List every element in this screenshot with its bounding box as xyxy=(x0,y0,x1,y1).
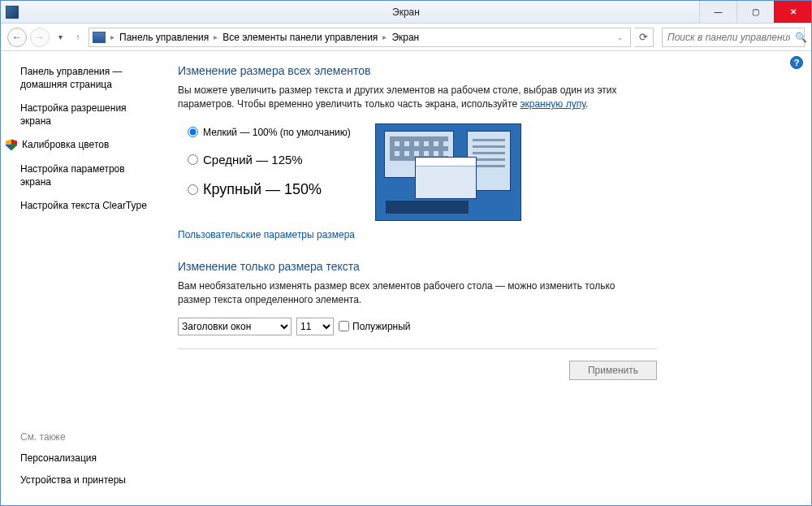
app-icon xyxy=(6,6,19,19)
bold-checkbox-input[interactable] xyxy=(339,321,349,331)
shield-icon xyxy=(6,139,17,150)
content-body: ? Панель управления — домашняя страница … xyxy=(1,51,811,505)
sidebar-link-label: Настройка параметров экрана xyxy=(20,163,153,188)
breadcrumb-control-panel[interactable]: Панель управления xyxy=(119,32,209,43)
sidebar-link-home[interactable]: Панель управления — домашняя страница xyxy=(20,66,153,91)
apply-button[interactable]: Применить xyxy=(569,361,657,380)
radio-150-label: Крупный — 150% xyxy=(203,181,322,198)
toolbar: ← → ▾ ↑ ▸ Панель управления ▸ Все элемен… xyxy=(1,24,811,51)
bold-checkbox-label: Полужирный xyxy=(352,321,411,332)
display-settings-window: Экран — ▢ ✕ ← → ▾ ↑ ▸ Панель управления … xyxy=(0,0,812,506)
sidebar-link-label: Настройка текста ClearType xyxy=(20,200,147,213)
forward-button[interactable]: → xyxy=(30,28,50,47)
back-button[interactable]: ← xyxy=(7,28,27,47)
preview-bar xyxy=(386,201,469,214)
sidebar-link-cleartype[interactable]: Настройка текста ClearType xyxy=(20,200,153,213)
separator xyxy=(178,348,657,349)
section-title-text-only: Изменение только размера текста xyxy=(178,260,795,273)
window-title: Экран xyxy=(1,6,811,18)
search-icon: 🔍 xyxy=(795,32,807,43)
see-also-personalization[interactable]: Персонализация xyxy=(20,452,153,465)
maximize-button[interactable]: ▢ xyxy=(736,1,774,23)
text-size-controls: Заголовки окон 11 Полужирный xyxy=(178,318,795,335)
breadcrumb-all-items[interactable]: Все элементы панели управления xyxy=(222,32,378,43)
see-also-header: См. также xyxy=(20,431,153,443)
section2-description: Вам необязательно изменять размер всех э… xyxy=(178,279,633,308)
radio-100-label: Мелкий — 100% (по умолчанию) xyxy=(203,127,351,138)
sidebar-link-label: Панель управления — домашняя страница xyxy=(20,66,153,91)
up-button[interactable]: ↑ xyxy=(71,28,85,46)
address-dropdown-icon[interactable]: ⌄ xyxy=(614,33,627,41)
chevron-right-icon: ▸ xyxy=(214,32,218,41)
font-size-select[interactable]: 11 xyxy=(296,318,334,335)
radio-125-label: Средний — 125% xyxy=(203,153,303,167)
scale-radio-group: Мелкий — 100% (по умолчанию) Средний — 1… xyxy=(188,127,351,198)
search-box[interactable]: 🔍 xyxy=(662,28,805,47)
chevron-right-icon: ▸ xyxy=(110,32,114,41)
element-select[interactable]: Заголовки окон xyxy=(178,318,292,335)
close-button[interactable]: ✕ xyxy=(774,1,811,23)
radio-150-input[interactable] xyxy=(188,184,198,195)
bold-checkbox[interactable]: Полужирный xyxy=(339,321,411,332)
sidebar: Панель управления — домашняя страница На… xyxy=(1,51,163,505)
radio-125-input[interactable] xyxy=(188,154,198,165)
magnifier-link[interactable]: экранную лупу xyxy=(520,98,585,110)
sidebar-link-resolution[interactable]: Настройка разрешения экрана xyxy=(20,102,153,128)
apply-row: Применить xyxy=(178,361,657,380)
window-controls: — ▢ ✕ xyxy=(699,1,811,23)
breadcrumb-display[interactable]: Экран xyxy=(391,32,419,43)
search-input[interactable] xyxy=(666,31,792,44)
section-title-all-elements: Изменение размера всех элементов xyxy=(178,64,795,77)
sidebar-footer: См. также Персонализация Устройства и пр… xyxy=(20,431,153,497)
chevron-right-icon: ▸ xyxy=(382,32,387,41)
address-bar[interactable]: ▸ Панель управления ▸ Все элементы панел… xyxy=(89,28,631,47)
see-also-label: Устройства и принтеры xyxy=(20,474,126,487)
sidebar-link-label: Настройка разрешения экрана xyxy=(20,102,153,128)
radio-125[interactable]: Средний — 125% xyxy=(188,153,351,167)
sidebar-link-label: Калибровка цветов xyxy=(22,139,109,152)
radio-150[interactable]: Крупный — 150% xyxy=(188,181,351,198)
sidebar-link-display-params[interactable]: Настройка параметров экрана xyxy=(20,163,153,188)
sidebar-link-calibrate[interactable]: Калибровка цветов xyxy=(20,139,153,152)
preview-window xyxy=(415,157,477,199)
main-panel: Изменение размера всех элементов Вы може… xyxy=(163,51,811,505)
radio-100[interactable]: Мелкий — 100% (по умолчанию) xyxy=(188,127,351,138)
radio-100-input[interactable] xyxy=(188,127,198,137)
section1-description: Вы можете увеличить размер текста и друг… xyxy=(178,84,633,112)
computer-icon xyxy=(93,32,106,43)
see-also-devices[interactable]: Устройства и принтеры xyxy=(20,474,153,487)
minimize-button[interactable]: — xyxy=(699,1,736,23)
titlebar: Экран — ▢ ✕ xyxy=(1,1,811,24)
size-row: Мелкий — 100% (по умолчанию) Средний — 1… xyxy=(178,122,795,221)
preview-graphic xyxy=(375,123,521,221)
see-also-label: Персонализация xyxy=(20,452,97,465)
history-dropdown[interactable]: ▾ xyxy=(53,28,67,46)
help-icon[interactable]: ? xyxy=(790,56,803,69)
refresh-button[interactable]: ⟳ xyxy=(634,28,654,47)
custom-size-link[interactable]: Пользовательские параметры размера xyxy=(178,229,355,240)
